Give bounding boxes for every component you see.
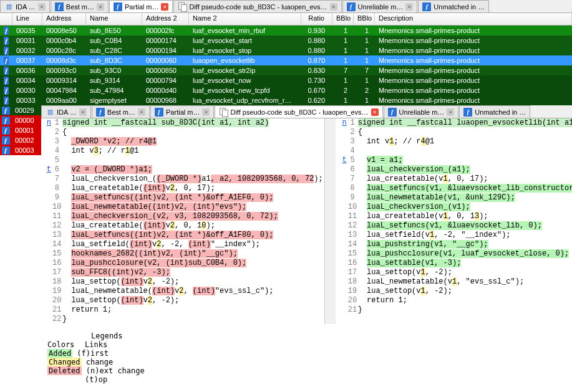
close-icon[interactable]: × (405, 3, 413, 11)
col-bbl1[interactable]: BBlo (332, 13, 354, 25)
table-row[interactable]: f000320000c28csub_C28C00000194luaf_evsoc… (0, 45, 572, 55)
code-line[interactable]: 14 lua_setfield((int)v2, -2, (int)"__ind… (41, 240, 323, 249)
code-line[interactable]: 11 luaL_checkversion_(v2, v3, 1082093568… (41, 212, 323, 221)
code-line[interactable]: 3 _DWORD *v2; // r4@1 (41, 137, 323, 146)
col-name2[interactable]: Name 2 (189, 13, 301, 25)
legend-deleted: Deleted (47, 366, 82, 375)
table-row[interactable]: f0003400009314sub_931400000794luaf_evsoc… (0, 75, 572, 85)
code-line[interactable]: 5 (41, 156, 323, 165)
code-line[interactable]: 15 lua_pushcclosure(v1, luaf_evsocket_cl… (337, 249, 572, 259)
code-line[interactable]: 8 lua_createtable((int)v2, 0, 17); (41, 184, 323, 193)
code-line[interactable]: 18 luaL_newmetatable(v1, "evs_ssl_c"); (337, 277, 572, 287)
col-address2[interactable]: Address 2 (142, 13, 189, 25)
tab[interactable]: fPartial m…× (150, 105, 214, 118)
scrollbar[interactable] (324, 118, 336, 324)
legend-added: Added (47, 349, 72, 358)
table-row[interactable]: f00003 (0, 145, 41, 155)
code-line[interactable]: 7 luaL_checkversion_((_DWORD *)a1, a2, 1… (41, 174, 323, 184)
code-line[interactable]: 21 return 1; (41, 305, 323, 315)
tab[interactable]: ▥IDA …× (41, 105, 91, 118)
tab-label: Unmatched in … (475, 108, 526, 116)
code-line[interactable]: 10 luaL_newmetatable((int)v2, (int)"evs"… (41, 203, 323, 212)
close-icon[interactable]: × (371, 108, 379, 116)
code-line[interactable]: 13 luaL_setfuncs((int)v2, (int *)&off_A1… (41, 231, 323, 240)
code-line[interactable]: 22} (41, 315, 323, 324)
col-address[interactable]: Address (42, 13, 86, 25)
code-line[interactable]: 18 lua_settop((int)v2, -2); (41, 277, 323, 287)
code-line[interactable]: 9 luaL_setfuncs((int)v2, (int *)&off_A1E… (41, 193, 323, 203)
function-icon: f (2, 136, 10, 145)
code-line[interactable]: 12 lua_createtable((int)v2, 0, 10); (41, 221, 323, 231)
tab[interactable]: Diff pseudo-code sub_8D3C - luaopen_evs…… (173, 0, 341, 12)
close-icon[interactable]: × (330, 3, 337, 11)
tab[interactable]: fUnmatched in … (459, 105, 530, 118)
code-line[interactable]: 16 lua_settable(v1, -3); (337, 259, 572, 268)
function-icon: f (463, 108, 472, 117)
code-line[interactable]: 12 luaL_setfuncs(v1, &luaevsocket_lib, 0… (337, 221, 572, 231)
close-icon[interactable]: × (447, 108, 454, 116)
left-code-pane[interactable]: n1signed int __fastcall sub_8D3C(int a1,… (41, 118, 323, 324)
tab[interactable]: fPartial m…× (109, 0, 173, 12)
col-name[interactable]: Name (86, 13, 142, 25)
code-line[interactable]: 4 int v3; // r1@1 (41, 146, 323, 156)
tab[interactable]: fUnreliable m…× (384, 105, 459, 118)
tab[interactable]: fBest m…× (51, 0, 109, 12)
code-line[interactable]: 11 lua_createtable(v1, 0, 13); (337, 212, 572, 221)
table-row[interactable]: f000330009aa00sigemptyset00000968lua_evs… (0, 95, 572, 105)
table-row[interactable]: f00001 (0, 125, 41, 135)
col-line[interactable]: Line (12, 13, 42, 25)
col-desc[interactable]: Description (375, 13, 572, 25)
code-line[interactable]: 13 lua_setfield(v1, -2, "__index"); (337, 231, 572, 240)
code-line[interactable]: 14 lua_pushstring(v1, "__gc"); (337, 240, 572, 249)
right-code-pane[interactable]: n1signed int __fastcall luaopen_evsocket… (337, 118, 572, 324)
code-line[interactable]: 2{ (41, 128, 323, 137)
tab[interactable]: Diff pseudo-code sub_8D3C - luaopen_evs…… (215, 105, 382, 118)
code-line[interactable]: 16 lua_pushcclosure(v2, (int)sub_C0B4, 0… (41, 259, 323, 268)
inner-tabbar: ▥IDA …×fBest m…×fPartial m…×Diff pseudo-… (41, 105, 572, 118)
code-line[interactable]: t6 v2 = (_DWORD *)a1; (41, 165, 323, 174)
close-icon[interactable]: × (202, 108, 210, 116)
code-line[interactable]: 17 lua_settop(v1, -2); (337, 268, 572, 277)
code-line[interactable]: 15 hooknames_2682((int)v2, (int)"__gc"); (41, 249, 323, 259)
tab[interactable]: fBest m…× (92, 105, 150, 118)
table-row[interactable]: f00000 (0, 115, 41, 125)
close-icon[interactable]: × (138, 108, 145, 116)
tab[interactable]: fUnmatched in … (418, 0, 489, 12)
code-line[interactable]: 4 (337, 146, 572, 156)
function-icon: f (2, 127, 10, 135)
table-row[interactable]: f0003500008e50sub_8E50000002fcluaf_evsoc… (0, 26, 572, 36)
table-row[interactable]: f00002 (0, 135, 41, 145)
table-row[interactable]: f0003000047984sub_4798400000d40luaf_evso… (0, 85, 572, 95)
table-row[interactable]: f00036000093c0sub_93C000000850luaf_evsoc… (0, 65, 572, 75)
code-line[interactable]: 6 luaL_checkversion_(a1); (337, 165, 572, 174)
code-line[interactable]: 17 sub_FFC8((int)v2, -3); (41, 268, 323, 277)
close-icon[interactable]: × (38, 3, 46, 11)
code-line[interactable]: 21} (337, 305, 572, 315)
code-line[interactable]: 2{ (337, 128, 572, 137)
table-row[interactable]: f0003700008d3csub_8D3C00000060luaopen_ev… (0, 55, 572, 65)
function-icon: f (4, 97, 9, 105)
table-row[interactable]: f000310000c0b4sub_C0B400000174luaf_evsoc… (0, 36, 572, 45)
code-line[interactable]: 8 luaL_setfuncs(v1, &luaevsocket_lib_con… (337, 184, 572, 193)
code-line[interactable]: n1signed int __fastcall sub_8D3C(int a1,… (41, 118, 323, 128)
tab[interactable]: ▥IDA …× (0, 0, 50, 12)
close-icon[interactable]: × (79, 108, 87, 116)
tab[interactable]: fUnreliable m…× (342, 0, 418, 12)
code-line[interactable]: 10 luaL_checkversion_(v1); (337, 203, 572, 212)
code-line[interactable]: 19 lua_settop(v1, -2); (337, 287, 572, 296)
code-line[interactable]: 20 return 1; (337, 296, 572, 305)
tab-label: Unreliable m… (358, 3, 404, 11)
code-line[interactable]: 7 lua_createtable(v1, 0, 17); (337, 174, 572, 184)
close-icon[interactable]: × (97, 3, 104, 11)
code-line[interactable]: 20 lua_settop((int)v2, -2); (41, 296, 323, 305)
table-row[interactable]: f00029 (0, 105, 41, 115)
code-line[interactable]: t5 v1 = a1; (337, 156, 572, 165)
col-bbl2[interactable]: BBlo (354, 13, 375, 25)
code-line[interactable]: n1signed int __fastcall luaopen_evsocket… (337, 118, 572, 128)
diff-code-container: n1signed int __fastcall sub_8D3C(int a1,… (41, 118, 572, 328)
col-ratio[interactable]: Ratio (301, 13, 332, 25)
code-line[interactable]: 3 int v1; // r4@1 (337, 137, 572, 146)
close-icon[interactable]: × (161, 3, 168, 11)
code-line[interactable]: 9 luaL_newmetatable(v1, &unk_129C); (337, 193, 572, 203)
code-line[interactable]: 19 luaL_newmetatable((int)v2, (int)"evs_… (41, 287, 323, 296)
